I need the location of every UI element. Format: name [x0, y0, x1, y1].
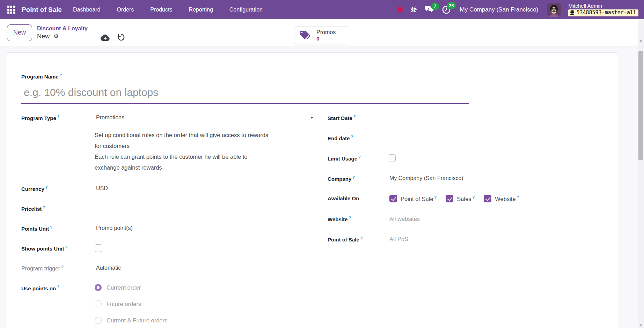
app-name-link[interactable]: Point of Sale — [22, 6, 62, 14]
program-type-row: Program Type? Promotions Set up conditio… — [21, 114, 311, 173]
currency-label: Currency? — [21, 185, 95, 192]
left-column: Program Type? Promotions Set up conditio… — [21, 114, 311, 328]
menu-item-orders[interactable]: Orders — [117, 7, 134, 13]
help-marker[interactable]: ? — [353, 114, 356, 119]
help-marker[interactable]: ? — [57, 285, 59, 289]
available-on-label: Available On — [328, 195, 388, 201]
start-date-row: Start Date? — [328, 114, 602, 122]
menu-item-reporting[interactable]: Reporting — [189, 7, 213, 13]
available-on-sales-checkbox[interactable] — [446, 195, 453, 202]
chevron-down-icon — [310, 117, 313, 119]
help-marker[interactable]: ? — [360, 236, 363, 240]
apps-grid-icon — [7, 6, 15, 14]
currency-value[interactable]: USD — [95, 185, 108, 192]
program-trigger-value: Automatic — [95, 264, 121, 271]
points-unit-label: Points Unit? — [21, 224, 95, 232]
help-marker[interactable]: ? — [349, 216, 351, 220]
program-type-select[interactable]: Promotions — [95, 114, 314, 121]
limit-usage-row: Limit Usage? — [328, 154, 602, 163]
currency-row: Currency? USD — [21, 185, 311, 193]
gear-icon[interactable]: ⚙ — [53, 33, 59, 39]
program-trigger-row: Program trigger? Automatic — [21, 264, 311, 273]
radio-option-future-orders: Future orders — [95, 300, 167, 307]
save-button[interactable] — [101, 34, 110, 41]
help-marker[interactable]: ? — [43, 205, 45, 209]
help-marker[interactable]: ? — [57, 114, 60, 119]
use-points-on-label: Use points on? — [21, 284, 95, 291]
help-marker[interactable]: ? — [434, 195, 437, 199]
avatar[interactable] — [547, 3, 561, 17]
main-menu: Dashboard Orders Products Reporting Conf… — [73, 7, 263, 13]
website-value[interactable]: All websites — [388, 215, 420, 222]
program-type-help: Set up conditional rules on the order th… — [95, 130, 271, 173]
help-marker[interactable]: ? — [65, 245, 67, 249]
help-marker[interactable]: ? — [61, 265, 64, 269]
available-on-website-checkbox[interactable] — [484, 195, 491, 202]
use-points-on-row: Use points on? Current order Future orde… — [21, 284, 311, 328]
help-marker[interactable]: ? — [45, 185, 48, 189]
vertical-scrollbar[interactable] — [638, 20, 644, 328]
messages-button[interactable]: 7 — [425, 6, 434, 14]
breadcrumb-parent-link[interactable]: Discount & Loyalty — [37, 25, 88, 32]
help-marker[interactable]: ? — [60, 73, 62, 77]
help-marker[interactable]: ? — [352, 175, 355, 179]
activities-button[interactable]: 25 — [442, 5, 451, 14]
menu-item-configuration[interactable]: Configuration — [229, 7, 263, 13]
undo-icon — [117, 33, 125, 41]
end-date-row: End date? — [328, 134, 602, 142]
help-marker[interactable]: ? — [351, 135, 353, 139]
discard-button[interactable] — [117, 33, 125, 41]
program-type-label: Program Type? — [21, 114, 95, 121]
start-date-input[interactable] — [388, 114, 493, 122]
database-badge: 53488593-master-all — [568, 9, 638, 16]
tags-icon — [299, 30, 313, 41]
record-indicator-icon[interactable] — [397, 7, 403, 13]
show-points-unit-checkbox[interactable] — [95, 244, 102, 252]
future-orders-radio[interactable] — [95, 300, 102, 307]
activities-count-badge: 25 — [447, 2, 455, 9]
program-name-label: Program Name? — [21, 73, 602, 80]
company-switcher[interactable]: My Company (San Francisco) — [460, 6, 539, 13]
menu-item-dashboard[interactable]: Dashboard — [73, 7, 100, 13]
available-on-pos: Point of Sale? — [389, 195, 437, 202]
program-trigger-label: Program trigger? — [21, 264, 95, 272]
pricelist-label: Pricelist? — [21, 204, 95, 212]
debug-bug-icon[interactable] — [410, 6, 417, 13]
current-and-future-orders-radio[interactable] — [95, 317, 102, 324]
website-row: Website? All websites — [328, 215, 602, 223]
help-marker[interactable]: ? — [358, 155, 361, 159]
available-on-options: Point of Sale? Sales? Website? — [388, 195, 519, 202]
current-order-radio[interactable] — [95, 284, 102, 291]
systray: 7 25 My Company (San Francisco) — [397, 3, 640, 17]
user-menu[interactable]: Mitchell Admin 53488593-master-all — [568, 3, 638, 16]
scroll-down-arrow-icon[interactable] — [639, 325, 642, 326]
program-name-input[interactable] — [21, 85, 469, 104]
help-marker[interactable]: ? — [50, 225, 52, 229]
company-row: Company? My Company (San Francisco) — [328, 174, 602, 183]
pricelist-input[interactable] — [95, 204, 199, 213]
company-value[interactable]: My Company (San Francisco) — [388, 174, 463, 181]
start-date-label: Start Date? — [328, 114, 388, 121]
new-button[interactable]: New — [7, 24, 32, 41]
point-of-sale-value[interactable]: All PoS — [388, 235, 408, 243]
pricelist-row: Pricelist? — [21, 204, 311, 213]
help-marker[interactable]: ? — [517, 195, 519, 199]
control-panel: New Discount & Loyalty New ⚙ Pr — [0, 19, 638, 46]
available-on-pos-checkbox[interactable] — [389, 195, 397, 202]
use-points-on-options: Current order Future orders Current & Fu… — [95, 284, 167, 328]
apps-menu-button[interactable] — [5, 3, 17, 16]
points-unit-value[interactable]: Promo point(s) — [95, 224, 133, 231]
promos-smart-button[interactable]: Promos 0 — [294, 27, 349, 44]
content-area: Program Name? Program Type? Promotions — [0, 47, 638, 328]
scroll-up-arrow-icon[interactable] — [639, 40, 642, 42]
limit-usage-label: Limit Usage? — [328, 154, 388, 162]
scrollbar-thumb[interactable] — [638, 51, 643, 160]
show-points-unit-label: Show points Unit? — [21, 244, 95, 252]
promos-count: 0 — [316, 36, 336, 42]
end-date-label: End date? — [328, 134, 388, 141]
help-marker[interactable]: ? — [473, 195, 475, 199]
menu-item-products[interactable]: Products — [150, 7, 172, 13]
limit-usage-checkbox[interactable] — [388, 154, 396, 162]
breadcrumb-current: New — [37, 33, 50, 40]
end-date-input[interactable] — [388, 134, 493, 142]
